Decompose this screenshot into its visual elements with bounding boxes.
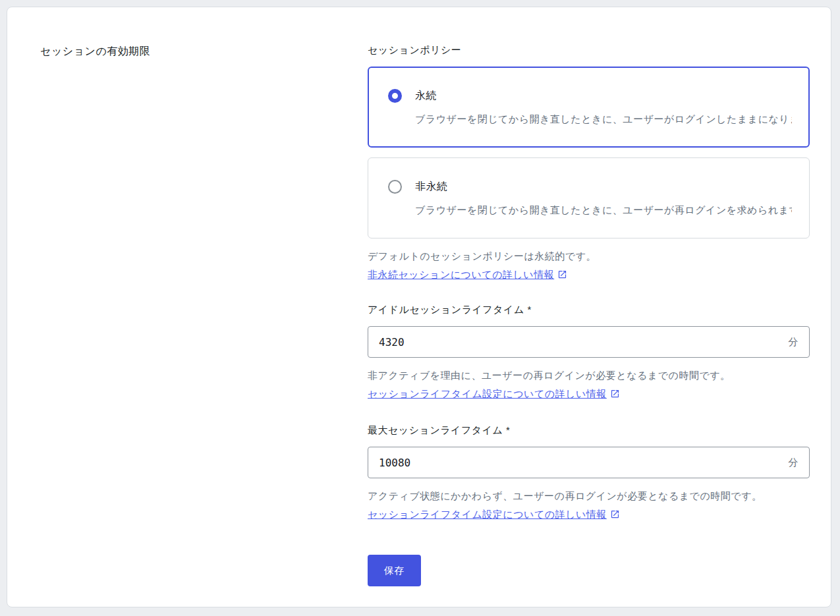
max-lifetime-helper-text: アクティブ状態にかかわらず、ユーザーの再ログインが必要となるまでの時間です。 [368,489,810,503]
policy-option-non-persistent-text: 非永続 ブラウザーを閉じてから開き直したときに、ユーザーが再ログインを求められま… [415,179,792,217]
radio-persistent-icon[interactable] [388,89,402,103]
policy-option-non-persistent[interactable]: 非永続 ブラウザーを閉じてから開き直したときに、ユーザーが再ログインを求められま… [368,157,810,238]
idle-lifetime-doc-link-row: セッションライフタイム設定についての詳しい情報 [368,387,810,401]
external-link-icon [610,388,620,398]
idle-lifetime-doc-link[interactable]: セッションライフタイム設定についての詳しい情報 [368,388,607,399]
idle-lifetime-unit: 分 [789,336,799,349]
max-lifetime-input[interactable] [379,457,789,469]
policy-option-persistent-description: ブラウザーを閉じてから開き直したときに、ユーザーがログインしたままになります。 [415,112,792,126]
external-link-icon [610,509,620,518]
policy-option-non-persistent-description: ブラウザーを閉じてから開き直したときに、ユーザーが再ログインを求められます。 [415,203,792,217]
max-lifetime-unit: 分 [789,457,799,469]
idle-lifetime-helper-text: 非アクティブを理由に、ユーザーの再ログインが必要となるまでの時間です。 [368,368,810,382]
max-lifetime-field: 分 [368,447,810,478]
session-settings-card: セッションの有効期限 セッションポリシー 永続 ブラウザーを閉じてから開き直した… [7,7,831,607]
policy-doc-link-row: 非永続セッションについての詳しい情報 [368,267,810,281]
max-lifetime-doc-link[interactable]: セッションライフタイム設定についての詳しい情報 [368,509,607,520]
policy-option-persistent-text: 永続 ブラウザーを閉じてから開き直したときに、ユーザーがログインしたままになりま… [415,88,792,126]
radio-non-persistent-icon[interactable] [388,180,402,194]
max-lifetime-doc-link-row: セッションライフタイム設定についての詳しい情報 [368,507,810,521]
idle-lifetime-label: アイドルセッションライフタイム * [368,302,810,316]
policy-option-non-persistent-title: 非永続 [415,179,792,194]
policy-option-persistent[interactable]: 永続 ブラウザーを閉じてから開き直したときに、ユーザーがログインしたままになりま… [368,67,810,148]
policy-doc-link[interactable]: 非永続セッションについての詳しい情報 [368,269,554,280]
max-lifetime-label: 最大セッションライフタイム * [368,423,810,437]
policy-option-persistent-title: 永続 [415,88,792,103]
policy-helper-text: デフォルトのセッションポリシーは永続的です。 [368,249,810,263]
idle-lifetime-input[interactable] [379,336,789,349]
session-form: セッションポリシー 永続 ブラウザーを閉じてから開き直したときに、ユーザーがログ… [368,45,810,586]
save-button[interactable]: 保存 [368,555,421,586]
session-policy-label: セッションポリシー [368,45,810,55]
external-link-icon [557,269,567,279]
section-title: セッションの有効期限 [40,45,150,59]
idle-lifetime-field: 分 [368,326,810,358]
